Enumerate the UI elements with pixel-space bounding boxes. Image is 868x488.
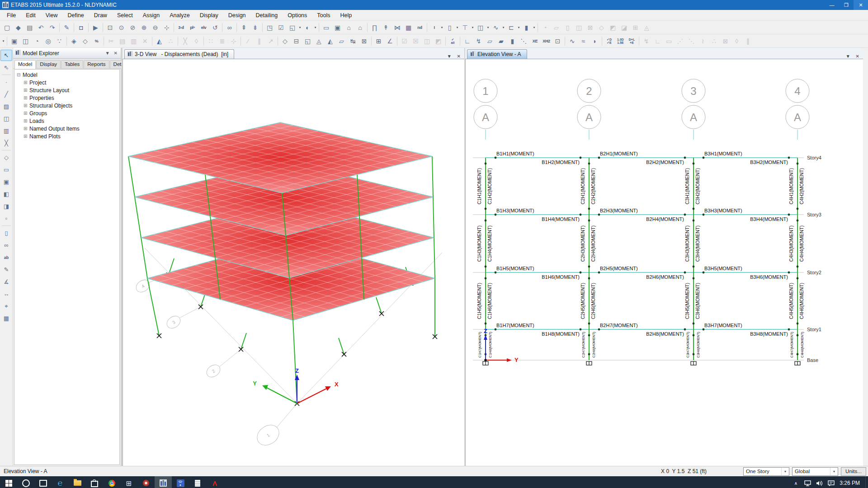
acrobat-button[interactable]: Λ [206, 476, 223, 488]
section-i-beam-dropdown-icon[interactable]: ▾ [440, 22, 444, 33]
assign-brace-loads-icon[interactable]: ⋱ [519, 36, 529, 46]
draw-reference-point-icon[interactable]: ⌖ [0, 300, 12, 312]
rubber-band-zoom-icon[interactable]: ⊡ [105, 22, 115, 33]
menu-assign[interactable]: Assign [138, 11, 165, 20]
draw-display-options-icon[interactable]: ◐ [302, 22, 313, 33]
view-elevation-icon[interactable]: elv [198, 22, 209, 33]
merge-shells-icon[interactable]: ⊟ [291, 36, 302, 46]
task-view-button[interactable] [34, 476, 52, 488]
tree-item-structural-objects[interactable]: ⊞Structural Objects [17, 102, 119, 109]
explorer-tab-model[interactable]: Model [14, 60, 36, 69]
column-line-3d[interactable] [135, 197, 141, 238]
edge-button[interactable]: ℮ [52, 476, 69, 488]
draw-section-cut-icon[interactable]: ✎ [0, 264, 12, 275]
draw-link-icon[interactable]: ∞ [0, 239, 12, 251]
chamfer-corners-icon[interactable]: ▱ [336, 36, 347, 46]
assign-xh2-load-icon[interactable]: XH2 [541, 36, 552, 46]
draw-rectangular-floor-icon[interactable]: ▭ [0, 164, 12, 175]
elevation-dropdown-icon[interactable]: ▼ [846, 54, 850, 59]
tree-item-loads[interactable]: ⊞Loads [17, 117, 119, 125]
moment-diagram-display-icon[interactable]: ⋈ [392, 22, 402, 33]
menu-tools[interactable]: Tools [312, 11, 335, 20]
story-scope-combo[interactable]: One Story ▾ [743, 467, 789, 476]
coordinate-system-combo[interactable]: Global ▾ [792, 467, 838, 476]
new-model-icon[interactable]: ▢ [2, 22, 12, 33]
menu-options[interactable]: Options [283, 11, 312, 20]
view3d-canvas[interactable]: 4321ZXY [123, 59, 464, 466]
undo-icon[interactable]: ↶ [36, 22, 46, 33]
section-rect-icon[interactable]: ▯ [444, 22, 455, 33]
load-combination-icon[interactable]: D+L +E [627, 36, 637, 46]
draw-floor-icon[interactable]: ◇ [0, 152, 12, 163]
redo-icon[interactable]: ↷ [47, 22, 57, 33]
menu-display[interactable]: Display [195, 11, 223, 20]
section-truss-icon[interactable]: ∿ [491, 22, 501, 33]
explorer-tab-display[interactable]: Display [36, 60, 61, 68]
view3d-dropdown-icon[interactable]: ▼ [447, 54, 452, 59]
column-line-3d[interactable] [432, 156, 433, 197]
section-tee-icon[interactable]: ⊤ [460, 22, 470, 33]
pan-icon[interactable]: ⊹ [161, 22, 172, 33]
object-view-dropdown-icon[interactable]: ▾ [298, 22, 302, 33]
tree-expander-icon[interactable]: ⊞ [24, 118, 29, 123]
snap-grid-zoom-icon[interactable]: ⊞ [373, 36, 384, 46]
quick-draw-floor-icon[interactable]: ▣ [0, 176, 12, 188]
mesh-shells-icon[interactable]: ◇ [280, 36, 290, 46]
start-button[interactable] [0, 476, 17, 488]
select-all-icon[interactable]: ✓ all [448, 36, 458, 46]
tab-3d-view[interactable]: 3-D View - Displacements (Dead) [in] [124, 49, 234, 59]
taskbar-clock[interactable]: 3:26 PM [837, 480, 865, 486]
elevation-canvas[interactable]: Story4Story3Story2Story1Base1A2A3A4AB1H1… [465, 59, 863, 466]
section-truss-dropdown-icon[interactable]: ▾ [501, 22, 505, 33]
section-i-beam-icon[interactable]: I [429, 22, 439, 33]
assign-slab-loads-icon[interactable]: ▱ [485, 36, 495, 46]
column-line-3d[interactable] [141, 238, 147, 278]
view3d-close-icon[interactable]: ✕ [457, 54, 461, 59]
quick-draw-secondary-beams-icon[interactable]: ▥ [0, 125, 12, 136]
response-spectrum-curve-icon[interactable]: ∿ [567, 36, 577, 46]
tree-expander-icon[interactable]: ⊞ [24, 80, 29, 85]
building-view-b-icon[interactable]: ⌂ [355, 22, 365, 33]
screen-recorder-button[interactable] [137, 476, 155, 488]
menu-define[interactable]: Define [63, 11, 89, 20]
toolbar-overflow-icon[interactable]: ▾ [1, 36, 5, 46]
column-height-view-icon[interactable]: ∏ [369, 22, 380, 33]
column-line-3d[interactable] [128, 156, 135, 197]
calculator-button[interactable]: ⊞ [120, 476, 137, 488]
edit-pen-icon[interactable]: ✎ [61, 22, 72, 33]
joint-display-icon[interactable]: ▣ [332, 22, 343, 33]
model-explorer-close-icon[interactable]: ✕ [114, 51, 118, 56]
zoom-out-icon[interactable]: ⊖ [150, 22, 160, 33]
flip-shell-normal-icon[interactable]: ↹ [348, 36, 358, 46]
elevation-close-icon[interactable]: ✕ [856, 54, 859, 59]
tray-volume-icon[interactable] [813, 476, 825, 488]
draw-window-icon[interactable]: ▫ [0, 213, 12, 224]
section-channel-icon[interactable]: ⊏ [506, 22, 516, 33]
minimize-button[interactable]: — [825, 0, 839, 10]
draw-snap-angle-icon[interactable]: ∠ [385, 36, 395, 46]
measure-angle-icon[interactable]: ∡ [0, 276, 12, 287]
explorer-tab-tables[interactable]: Tables [61, 60, 83, 68]
section-wide-flange-dropdown-icon[interactable]: ▾ [486, 22, 490, 33]
assign-frame-loads-icon[interactable]: ↯ [473, 36, 484, 46]
load-query-icon[interactable]: ◗ [590, 36, 600, 46]
show-desktop-button[interactable] [865, 476, 868, 488]
menu-edit[interactable]: Edit [21, 11, 41, 20]
support-display-icon[interactable]: ↟ [381, 22, 391, 33]
column-line-3d[interactable] [434, 238, 435, 278]
tree-expander-icon[interactable]: ⊞ [24, 103, 29, 108]
set-display-options-icon[interactable]: ☑ [276, 22, 286, 33]
model-explorer-toggle-icon[interactable]: ◭ [154, 36, 165, 46]
section-tee-dropdown-icon[interactable]: ▾ [471, 22, 475, 33]
section-channel-dropdown-icon[interactable]: ▾ [517, 22, 521, 33]
story-scope-arrow-icon[interactable]: ▾ [781, 468, 789, 475]
draw-wall-icon[interactable]: ◧ [0, 188, 12, 200]
menu-file[interactable]: File [2, 11, 21, 20]
building-view-a-icon[interactable]: ⌂ [344, 22, 354, 33]
model-explorer-dropdown-icon[interactable]: ▼ [105, 51, 110, 56]
object-view-options-icon[interactable]: ◱ [287, 22, 297, 33]
section-wide-flange-icon[interactable]: ◫ [475, 22, 486, 33]
tree-item-structure-layout[interactable]: ⊞Structure Layout [17, 86, 119, 94]
save-model-icon[interactable]: ▤ [24, 22, 35, 33]
shell-edge-grid-icon[interactable]: ⊠ [359, 36, 369, 46]
